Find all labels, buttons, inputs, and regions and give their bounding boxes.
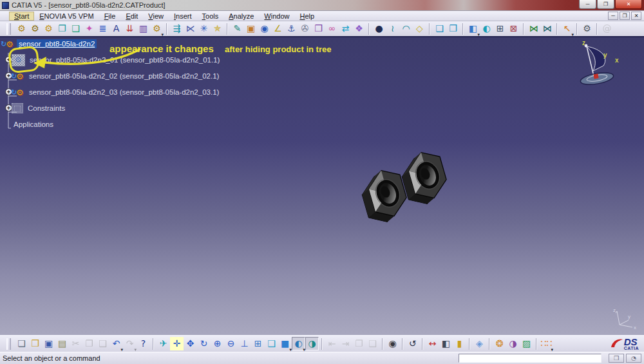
point-button[interactable]: ●: [372, 22, 386, 35]
selective-load-button[interactable]: ⇊: [123, 22, 137, 35]
manage-representations-button[interactable]: ▥: [137, 22, 150, 35]
generate-numbering-button[interactable]: A: [109, 22, 123, 35]
tree-node-icon[interactable]: [1, 39, 14, 50]
iso-view-button[interactable]: ❑: [265, 337, 278, 350]
arc-button[interactable]: ◠: [399, 22, 413, 35]
open-button[interactable]: ❒: [28, 337, 42, 350]
tree-expander[interactable]: [1, 70, 12, 82]
tree-node-icon[interactable]: [12, 103, 23, 113]
swap-visible-space-button[interactable]: ⋈: [540, 22, 554, 35]
plane-button[interactable]: ◇: [413, 22, 426, 35]
render-environment-button[interactable]: ◑: [506, 337, 520, 350]
apply-material-button[interactable]: ❂: [493, 337, 506, 350]
menu-file[interactable]: File: [99, 12, 121, 21]
tree-expander[interactable]: [1, 102, 12, 115]
tree-node-label[interactable]: Applications: [12, 120, 55, 129]
menu-help[interactable]: Help: [295, 12, 320, 21]
fit-all-in-button[interactable]: ✛: [170, 337, 184, 350]
existing-component-positioned-button[interactable]: ❑: [69, 22, 82, 35]
contact-constraint-button[interactable]: ▣: [244, 22, 258, 35]
tree-expander[interactable]: [1, 86, 12, 99]
hide-show-button[interactable]: ⋈: [527, 22, 540, 35]
multi-view-button[interactable]: ⊞: [251, 337, 265, 350]
item-product-03[interactable]: sensor_pbt8-05la-d2n2_03 (sensor_pbt8-05…: [1, 86, 222, 99]
user-tasks-button[interactable]: ◔: [626, 354, 641, 363]
new-component-button[interactable]: ⚙: [15, 22, 28, 35]
mdi-close-button[interactable]: ✕: [631, 12, 641, 20]
mdi-restore-button[interactable]: ❐: [620, 12, 630, 20]
maximize-button[interactable]: ❐: [597, 0, 614, 9]
change-constraint-button[interactable]: ⇄: [339, 22, 352, 35]
undo-button[interactable]: ↶▾: [109, 337, 123, 350]
flexible-rigid-button[interactable]: ∞: [325, 22, 339, 35]
fix-together-button[interactable]: ✇: [298, 22, 312, 35]
power-input[interactable]: [459, 354, 601, 363]
menu-insert[interactable]: Insert: [169, 12, 197, 21]
anchor-constraint-button[interactable]: ⚓: [285, 22, 298, 35]
shaded-view-button[interactable]: ■▾: [278, 337, 292, 350]
measure-between-button[interactable]: ↔: [426, 337, 439, 350]
expand-tree-button[interactable]: ⊞: [493, 22, 507, 35]
offset-constraint-button[interactable]: ◉: [258, 22, 271, 35]
zoom-out-button[interactable]: ⊖: [224, 337, 238, 350]
front-view-button[interactable]: ❑: [433, 22, 446, 35]
zoom-in-button[interactable]: ⊕: [211, 337, 224, 350]
menu-start[interactable]: Start: [9, 12, 34, 21]
coincidence-constraint-button[interactable]: ✎: [231, 22, 244, 35]
compass[interactable]: z y x: [565, 39, 626, 95]
menu-tools[interactable]: Tools: [197, 12, 224, 21]
menu-window[interactable]: Window: [259, 12, 294, 21]
item-applications[interactable]: Applications: [1, 118, 222, 131]
close-button[interactable]: ✕: [615, 0, 642, 9]
hex-nuts-model[interactable]: [348, 140, 460, 234]
fast-multi-instantiation-button[interactable]: ⚙▾: [150, 22, 164, 35]
measure-inertia-button[interactable]: ▮: [453, 337, 466, 350]
swap-space-toggle-button[interactable]: ◑: [305, 337, 319, 350]
snap-button[interactable]: ⋉: [184, 22, 197, 35]
new-document-button[interactable]: ❏: [15, 337, 28, 350]
measure-item-button[interactable]: ◧: [439, 337, 453, 350]
new-product-button[interactable]: ⚙: [28, 22, 42, 35]
structure-grid-button[interactable]: ∷∷▾: [540, 337, 553, 350]
hide-show-toggle-button[interactable]: ◐▾: [292, 337, 305, 350]
camera-snapshot-button[interactable]: ◉: [386, 337, 399, 350]
quick-constraint-button[interactable]: ❒: [312, 22, 325, 35]
normal-view-button[interactable]: ⊥: [238, 337, 251, 350]
menu-edit[interactable]: Edit: [120, 12, 143, 21]
tree-node-label[interactable]: Constraints: [26, 104, 67, 113]
command-history-button[interactable]: ❒: [609, 354, 624, 363]
tree-node-label[interactable]: sensor_pbt8-05la-d2n2_03 (sensor_pbt8-05…: [27, 88, 221, 97]
shading-mode-button[interactable]: ◧▾: [466, 22, 480, 35]
mdi-minimize-button[interactable]: ─: [608, 12, 618, 20]
rotate-button[interactable]: ↻: [197, 337, 211, 350]
spline-button[interactable]: ≀: [386, 22, 399, 35]
menu-view[interactable]: View: [143, 12, 169, 21]
explode-button[interactable]: ✳: [197, 22, 211, 35]
menu-enovia[interactable]: ENOVIA V5 VPM: [34, 12, 99, 21]
menu-analyze[interactable]: Analyze: [223, 12, 259, 21]
select-button[interactable]: ↖▾: [560, 22, 574, 35]
collapse-tree-button[interactable]: ⊠: [507, 22, 520, 35]
print-button[interactable]: ▤: [55, 337, 69, 350]
pan-button[interactable]: ✥: [184, 337, 197, 350]
minimize-button[interactable]: ─: [579, 0, 596, 9]
item-constraints[interactable]: Constraints: [1, 102, 222, 115]
manipulation-button[interactable]: ⇶: [170, 22, 184, 35]
3d-viewport[interactable]: sensor_pbt8-05la-d2n2 sensor_pbt8-05la-d…: [0, 37, 644, 335]
reuse-pattern-button[interactable]: ❖: [352, 22, 366, 35]
turntable-button[interactable]: ↺: [406, 337, 419, 350]
tree-node-icon[interactable]: [12, 87, 24, 98]
graduated-colors-button[interactable]: ▨: [520, 337, 533, 350]
knowledge-gears-button[interactable]: ⚙: [580, 22, 594, 35]
fly-mode-button[interactable]: ✈: [156, 337, 170, 350]
named-view-button[interactable]: ❒: [446, 22, 460, 35]
new-part-button[interactable]: ⚙: [42, 22, 55, 35]
save-button[interactable]: ▣: [42, 337, 55, 350]
graph-tree-reordering-button[interactable]: ≣: [96, 22, 109, 35]
angle-constraint-button[interactable]: ∠: [271, 22, 285, 35]
lighting-button[interactable]: ◐: [480, 22, 493, 35]
existing-component-button[interactable]: ❐: [55, 22, 69, 35]
replace-component-button[interactable]: ✦: [82, 22, 96, 35]
whats-this-button[interactable]: ?: [137, 337, 150, 350]
smart-move-button[interactable]: ✯: [211, 22, 224, 35]
